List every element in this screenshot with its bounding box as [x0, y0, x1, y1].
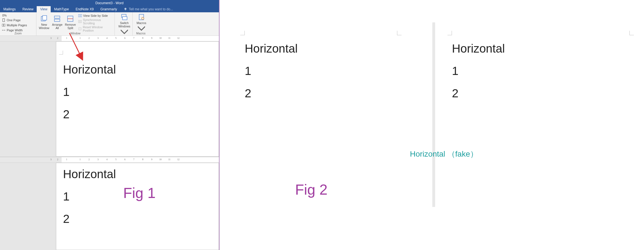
title-bar: Document3 - Word: [0, 0, 219, 6]
svg-text:9: 9: [151, 158, 152, 161]
svg-rect-6: [55, 19, 60, 22]
sync-scrolling-button: Synchronous Scrolling: [78, 18, 112, 25]
svg-text:1: 1: [66, 158, 67, 161]
fig2-right-line1: Horizontal: [452, 37, 626, 60]
tab-view[interactable]: View: [37, 6, 51, 12]
sync-scroll-icon: [78, 20, 82, 23]
svg-text:1: 1: [80, 37, 81, 39]
bulb-icon: [124, 8, 127, 11]
figure-2: Horizontal 1 2 Horizontal 1 2 Horizontal…: [220, 0, 644, 250]
doc-line3-b: 2: [63, 208, 212, 230]
svg-text:8: 8: [142, 158, 143, 161]
reset-window-position-button: Reset Window Position: [78, 25, 112, 32]
ribbon-content: 0% One Page Multiple Pages Page Width Zo…: [0, 12, 219, 36]
page-width-icon: [2, 28, 6, 32]
svg-point-17: [142, 17, 144, 20]
figure-1: Document3 - Word Mailings Review View Ma…: [0, 0, 219, 250]
one-page-icon: [2, 18, 6, 22]
split-pane-bottom[interactable]: 321 123 456 789 101112 Horizontal 1 2: [0, 157, 219, 250]
svg-text:3: 3: [97, 37, 99, 39]
tab-mathtype[interactable]: MathType: [51, 6, 72, 12]
svg-rect-15: [123, 16, 127, 20]
svg-text:9: 9: [151, 37, 152, 39]
svg-rect-4: [43, 16, 47, 20]
document-title: Document3 - Word: [95, 1, 123, 5]
new-window-icon: [40, 15, 48, 22]
switch-windows-group: Switch Windows: [115, 12, 133, 36]
ruler-bottom[interactable]: 321 123 456 789 101112: [0, 157, 219, 163]
chevron-down-icon: [138, 25, 145, 32]
ruler-ticks: 321 123 456 789 101112: [0, 157, 219, 163]
arrange-all-button[interactable]: Arrange All: [51, 13, 64, 32]
svg-text:2: 2: [57, 158, 58, 161]
svg-text:4: 4: [106, 37, 108, 39]
svg-text:3: 3: [50, 37, 52, 39]
fig2-left-page[interactable]: Horizontal 1 2: [245, 0, 418, 250]
fig2-right-page[interactable]: Horizontal 1 2: [452, 0, 626, 250]
svg-text:2: 2: [88, 158, 90, 161]
macros-group: Macros Macros: [133, 12, 149, 36]
vertical-split-bar[interactable]: [432, 22, 435, 207]
doc-line3: 2: [63, 103, 212, 126]
document-page-bottom[interactable]: Horizontal 1 2: [56, 163, 219, 250]
svg-text:11: 11: [168, 37, 171, 39]
document-page-top[interactable]: Horizontal 1 2: [56, 41, 219, 157]
new-window-button[interactable]: New Window: [38, 13, 51, 32]
view-side-by-side-button[interactable]: View Side by Side: [78, 14, 112, 18]
tab-endnote[interactable]: EndNote X9: [72, 6, 97, 12]
svg-text:5: 5: [115, 37, 116, 39]
fig2-right-line3: 2: [452, 82, 626, 105]
fake-annotation: Horizontal （fake）: [410, 149, 478, 159]
doc-line1: Horizontal: [63, 58, 212, 81]
fig2-left-line1: Horizontal: [245, 37, 418, 60]
svg-rect-5: [55, 16, 60, 18]
tell-me[interactable]: Tell me what you want to do...: [124, 7, 173, 11]
switch-windows-button[interactable]: Switch Windows: [116, 13, 133, 36]
ruler-top[interactable]: 321 123 456 789 101112: [0, 36, 219, 41]
svg-text:8: 8: [142, 37, 143, 39]
svg-rect-2: [4, 24, 5, 26]
tab-review[interactable]: Review: [19, 6, 37, 12]
tab-mailings[interactable]: Mailings: [0, 6, 19, 12]
zoom-group-label: Zoom: [0, 32, 36, 36]
fig1-caption: Fig 1: [123, 185, 156, 201]
remove-split-button[interactable]: Remove Split: [64, 13, 77, 32]
svg-text:1: 1: [80, 158, 81, 161]
multiple-pages-button[interactable]: Multiple Pages: [1, 23, 35, 27]
svg-text:10: 10: [159, 158, 162, 161]
svg-rect-0: [3, 19, 5, 22]
window-group-label: Window: [36, 32, 115, 36]
svg-text:11: 11: [168, 158, 171, 161]
macros-button[interactable]: Macros: [134, 13, 149, 33]
arrange-all-icon: [53, 15, 61, 22]
window-group: New Window Arrange All Remove Split View…: [36, 12, 115, 36]
svg-text:7: 7: [133, 158, 134, 161]
svg-text:2: 2: [57, 37, 58, 39]
svg-text:6: 6: [124, 158, 125, 161]
split-pane-top[interactable]: 321 123 456 789 101112 Horizontal 1 2: [0, 36, 219, 157]
chevron-down-icon: [121, 29, 128, 36]
zoom-group: 0% One Page Multiple Pages Page Width Zo…: [0, 12, 36, 36]
svg-text:12: 12: [177, 158, 179, 161]
svg-text:10: 10: [159, 37, 162, 39]
ribbon-tabs: Mailings Review View MathType EndNote X9…: [0, 6, 219, 12]
svg-text:1: 1: [66, 37, 67, 39]
svg-rect-1: [2, 24, 4, 26]
svg-text:2: 2: [88, 37, 90, 39]
svg-text:5: 5: [115, 158, 116, 161]
side-by-side-icon: [78, 14, 82, 18]
svg-text:12: 12: [177, 37, 179, 39]
switch-windows-icon: [121, 13, 128, 21]
zoom-percent[interactable]: 0%: [1, 13, 35, 17]
fig2-left-line2: 1: [245, 60, 418, 82]
svg-rect-9: [78, 14, 80, 17]
one-page-button[interactable]: One Page: [1, 18, 35, 22]
svg-rect-10: [80, 14, 82, 17]
macros-group-label: Macros: [133, 32, 149, 36]
svg-text:3: 3: [97, 158, 99, 161]
fig2-left-line3: 2: [245, 82, 418, 105]
svg-text:3: 3: [50, 158, 52, 161]
tab-grammarly[interactable]: Grammarly: [97, 6, 120, 12]
tell-me-label: Tell me what you want to do...: [129, 7, 173, 11]
fig2-caption: Fig 2: [295, 181, 328, 198]
